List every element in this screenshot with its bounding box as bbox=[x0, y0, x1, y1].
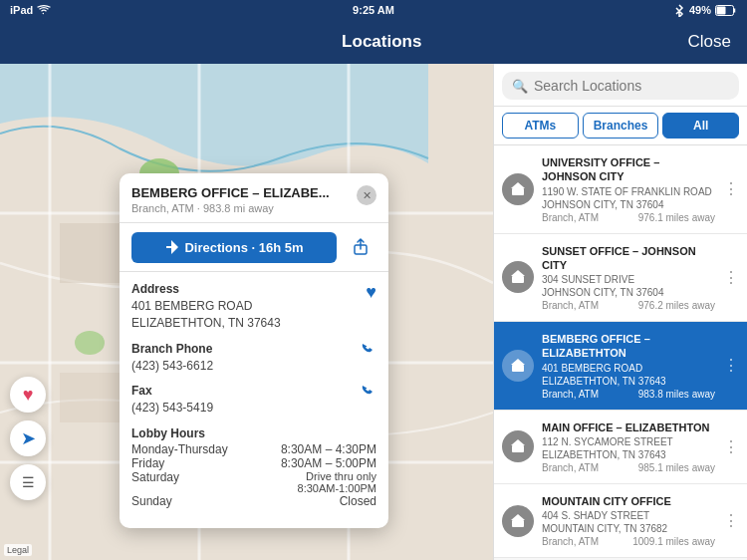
list-item-type: Branch, ATM bbox=[542, 300, 599, 311]
list-item-address: 404 S. SHADY STREETMOUNTAIN CITY, TN 376… bbox=[542, 509, 715, 535]
list-item-distance: 985.1 miles away bbox=[638, 462, 715, 473]
phone-icon bbox=[359, 342, 376, 360]
list-item-distance: 976.2 miles away bbox=[638, 300, 715, 311]
search-icon: 🔍 bbox=[512, 79, 528, 94]
item-menu-button[interactable]: ⋮ bbox=[723, 356, 739, 375]
list-item-distance: 1009.1 miles away bbox=[632, 536, 715, 547]
address-section: Address 401 BEMBERG ROADELIZABETHTON, TN… bbox=[131, 282, 376, 332]
location-button[interactable]: ➤ bbox=[10, 420, 46, 456]
list-item-type: Branch, ATM bbox=[542, 389, 599, 400]
list-item-bottom: Branch, ATM 1009.1 miles away bbox=[542, 536, 715, 547]
fax-value: (423) 543-5419 bbox=[131, 400, 213, 417]
list-item-type: Branch, ATM bbox=[542, 462, 599, 473]
phone-section: Branch Phone (423) 543-6612 bbox=[131, 342, 376, 375]
list-item-selected[interactable]: BEMBERG OFFICE – ELIZABETHTON 401 BEMBER… bbox=[494, 322, 747, 411]
svg-marker-21 bbox=[511, 270, 525, 276]
list-item-bottom: Branch, ATM 983.8 miles away bbox=[542, 389, 715, 400]
location-list: UNIVERSITY OFFICE – JOHNSON CITY 1190 W.… bbox=[494, 145, 747, 560]
fax-icon bbox=[359, 384, 376, 402]
bank-icon bbox=[502, 261, 534, 293]
card-subtitle: Branch, ATM · 983.8 mi away bbox=[131, 202, 330, 214]
list-item-content: MAIN OFFICE – ELIZABETHTON 112 N. SYCAMO… bbox=[542, 420, 715, 473]
right-panel: 🔍 ATMs Branches All UNIVERSITY OFFICE – … bbox=[493, 64, 747, 560]
directions-button[interactable]: Directions · 16h 5m bbox=[131, 232, 337, 263]
bank-building-icon bbox=[510, 513, 526, 529]
status-time: 9:25 AM bbox=[353, 4, 394, 16]
bank-building-icon bbox=[510, 438, 526, 454]
location-card: BEMBERG OFFICE – ELIZABE... Branch, ATM … bbox=[120, 173, 388, 528]
list-item-address: 1190 W. STATE OF FRANKLIN ROADJOHNSON CI… bbox=[542, 185, 715, 211]
status-left: iPad bbox=[10, 4, 51, 16]
hours-row: Monday-Thursday 8:30AM – 4:30PM bbox=[131, 442, 376, 456]
svg-rect-1 bbox=[717, 6, 726, 14]
list-item-address: 304 SUNSET DRIVEJOHNSON CITY, TN 37604 bbox=[542, 273, 715, 299]
card-header: BEMBERG OFFICE – ELIZABE... Branch, ATM … bbox=[120, 173, 388, 223]
list-item[interactable]: SUNSET OFFICE – JOHNSON CITY 304 SUNSET … bbox=[494, 234, 747, 323]
list-item-type: Branch, ATM bbox=[542, 536, 599, 547]
bank-icon bbox=[502, 430, 534, 462]
share-button[interactable] bbox=[345, 231, 376, 263]
svg-rect-20 bbox=[512, 276, 524, 283]
map-buttons: ♥ ➤ ☰ bbox=[10, 377, 46, 500]
hours-label: Lobby Hours bbox=[131, 426, 376, 440]
card-close-button[interactable]: ✕ bbox=[357, 185, 376, 205]
tabs-row: ATMs Branches All bbox=[494, 107, 747, 145]
fax-section: Fax (423) 543-5419 bbox=[131, 384, 376, 417]
list-item-name: SUNSET OFFICE – JOHNSON CITY bbox=[542, 244, 715, 273]
tab-all[interactable]: All bbox=[662, 113, 739, 139]
fax-label: Fax bbox=[131, 384, 213, 398]
item-menu-button[interactable]: ⋮ bbox=[723, 268, 739, 287]
list-item-type: Branch, ATM bbox=[542, 212, 599, 223]
tab-branches[interactable]: Branches bbox=[583, 113, 659, 139]
list-item[interactable]: MOUNTAIN CITY OFFICE 404 S. SHADY STREET… bbox=[494, 484, 747, 558]
item-menu-button[interactable]: ⋮ bbox=[723, 437, 739, 456]
wifi-icon bbox=[37, 5, 51, 15]
status-bar: iPad 9:25 AM 49% bbox=[0, 0, 747, 20]
tab-atms[interactable]: ATMs bbox=[502, 113, 579, 139]
list-item[interactable]: UNIVERSITY OFFICE – JOHNSON CITY 1190 W.… bbox=[494, 145, 747, 234]
item-menu-button[interactable]: ⋮ bbox=[723, 179, 739, 198]
directions-icon bbox=[164, 240, 178, 254]
list-item-name: MAIN OFFICE – ELIZABETHTON bbox=[542, 420, 715, 434]
map-area[interactable]: BEMBERG OFFICE – ELIZABE... Branch, ATM … bbox=[0, 64, 493, 560]
favorite-button[interactable]: ♥ bbox=[366, 282, 376, 303]
bank-building-icon bbox=[510, 358, 526, 374]
card-title: BEMBERG OFFICE – ELIZABE... bbox=[131, 185, 330, 200]
bank-icon bbox=[502, 505, 534, 537]
hours-row: Sunday Closed bbox=[131, 494, 376, 508]
main-content: BEMBERG OFFICE – ELIZABE... Branch, ATM … bbox=[0, 64, 747, 560]
list-item-distance: 976.1 miles away bbox=[638, 212, 715, 223]
list-item-bottom: Branch, ATM 985.1 miles away bbox=[542, 462, 715, 473]
list-item-address: 112 N. SYCAMORE STREETELIZABETHTON, TN 3… bbox=[542, 435, 715, 461]
hours-grid: Monday-Thursday 8:30AM – 4:30PM Friday 8… bbox=[131, 442, 376, 508]
status-right: 49% bbox=[673, 3, 737, 17]
list-item-name: BEMBERG OFFICE – ELIZABETHTON bbox=[542, 332, 715, 361]
list-item-address: 401 BEMBERG ROADELIZABETHTON, TN 37643 bbox=[542, 362, 715, 388]
svg-rect-18 bbox=[512, 188, 524, 195]
hours-section: Lobby Hours Monday-Thursday 8:30AM – 4:3… bbox=[131, 426, 376, 508]
address-label: Address bbox=[131, 282, 281, 296]
call-button[interactable] bbox=[359, 342, 376, 365]
search-wrapper: 🔍 bbox=[502, 72, 739, 100]
favorite-map-button[interactable]: ♥ bbox=[10, 377, 46, 413]
svg-marker-25 bbox=[511, 439, 525, 445]
search-input[interactable] bbox=[534, 78, 729, 94]
list-button[interactable]: ☰ bbox=[10, 464, 46, 500]
list-item[interactable]: MAIN OFFICE – ELIZABETHTON 112 N. SYCAMO… bbox=[494, 411, 747, 484]
bluetooth-icon bbox=[673, 3, 685, 17]
svg-rect-22 bbox=[512, 365, 524, 372]
fax-button[interactable] bbox=[359, 384, 376, 407]
search-bar-area: 🔍 bbox=[494, 64, 747, 107]
nav-bar: Locations Close bbox=[0, 20, 747, 64]
hours-row: Saturday Drive thru only8:30AM-1:00PM bbox=[131, 470, 376, 494]
svg-rect-26 bbox=[512, 520, 524, 527]
list-item-name: UNIVERSITY OFFICE – JOHNSON CITY bbox=[542, 155, 715, 184]
hours-row: Friday 8:30AM – 5:00PM bbox=[131, 456, 376, 470]
carrier-label: iPad bbox=[10, 4, 33, 16]
svg-point-16 bbox=[75, 331, 105, 355]
bank-icon bbox=[502, 173, 534, 205]
close-button[interactable]: Close bbox=[688, 32, 731, 52]
phone-value: (423) 543-6612 bbox=[131, 358, 213, 375]
svg-marker-27 bbox=[511, 514, 525, 520]
item-menu-button[interactable]: ⋮ bbox=[723, 511, 739, 530]
